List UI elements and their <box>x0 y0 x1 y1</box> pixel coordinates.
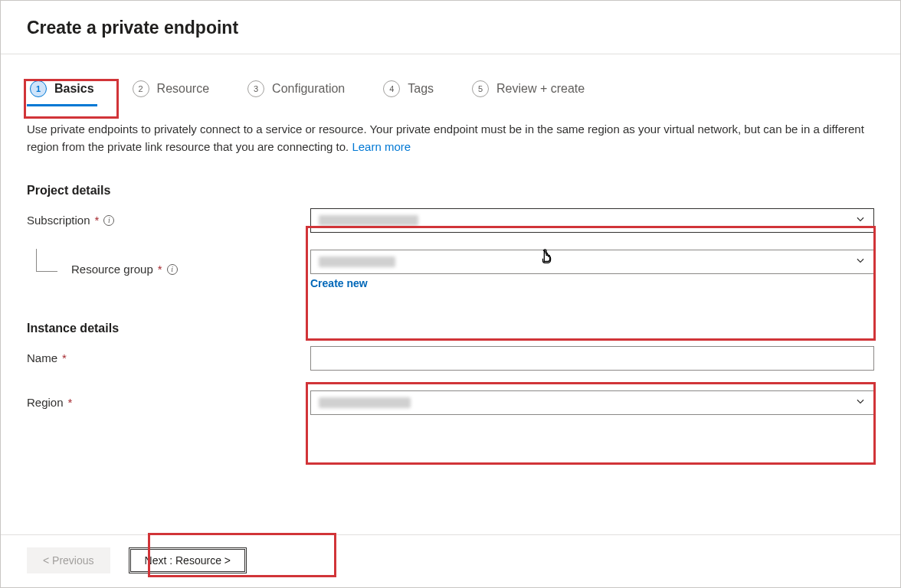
resource-group-label: Resource group <box>71 263 153 276</box>
next-button[interactable]: Next : Resource > <box>129 547 247 573</box>
step-number-3: 3 <box>247 80 264 97</box>
resource-group-value-redacted <box>319 256 395 267</box>
chevron-down-icon <box>855 255 866 268</box>
required-mark: * <box>68 396 73 409</box>
tab-basics[interactable]: 1 Basics <box>27 76 97 105</box>
tab-resource[interactable]: 2 Resource <box>129 76 212 105</box>
subscription-value-redacted <box>319 215 418 226</box>
tab-review-create[interactable]: 5 Review + create <box>469 76 588 105</box>
name-label: Name <box>27 351 57 364</box>
learn-more-link[interactable]: Learn more <box>352 140 411 153</box>
page-title: Create a private endpoint <box>27 18 874 38</box>
resource-group-dropdown[interactable] <box>310 250 874 274</box>
subscription-label: Subscription <box>27 214 90 227</box>
chevron-down-icon <box>855 396 866 409</box>
section-instance-details: Instance details <box>27 322 874 335</box>
subscription-dropdown[interactable] <box>310 208 874 233</box>
step-number-4: 4 <box>383 80 400 97</box>
intro-text: Use private endpoints to privately conne… <box>27 122 864 153</box>
tab-label: Resource <box>157 82 209 96</box>
region-value-redacted <box>319 397 411 408</box>
required-mark: * <box>95 214 100 227</box>
tab-label: Basics <box>54 82 94 96</box>
tab-configuration[interactable]: 3 Configuration <box>244 76 348 105</box>
hierarchy-connector-icon <box>36 249 57 272</box>
region-label: Region <box>27 396 64 409</box>
step-number-5: 5 <box>472 80 489 97</box>
section-project-details: Project details <box>27 184 874 198</box>
name-input[interactable] <box>310 346 874 371</box>
tab-label: Tags <box>408 82 434 96</box>
tab-tags[interactable]: 4 Tags <box>380 76 437 105</box>
required-mark: * <box>158 263 162 276</box>
region-dropdown[interactable] <box>310 390 874 415</box>
required-mark: * <box>62 351 67 364</box>
info-icon[interactable]: i <box>103 215 114 226</box>
previous-button: < Previous <box>27 547 110 573</box>
wizard-tabs: 1 Basics 2 Resource 3 Configuration 4 Ta… <box>1 76 900 105</box>
create-new-link[interactable]: Create new <box>310 277 368 289</box>
chevron-down-icon <box>855 214 866 227</box>
wizard-footer: < Previous Next : Resource > <box>1 534 900 587</box>
tab-label: Review + create <box>496 82 585 96</box>
step-number-1: 1 <box>30 80 47 97</box>
tab-label: Configuration <box>272 82 345 96</box>
info-icon[interactable]: i <box>167 264 178 275</box>
step-number-2: 2 <box>133 80 149 97</box>
